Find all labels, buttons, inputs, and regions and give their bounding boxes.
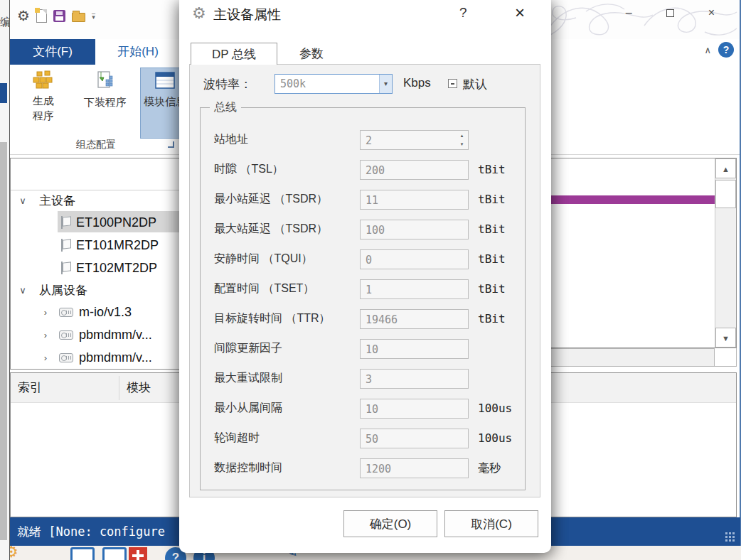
tset-input[interactable]: 1	[360, 279, 469, 299]
dialog-title-bar: ⚙ 主设备属性 ? ×	[179, 0, 551, 33]
download-program-button[interactable]: 下装程序	[73, 68, 138, 139]
tsl-input[interactable]: 200	[360, 160, 469, 180]
tree-group-slaves[interactable]: ∨ 从属设备	[11, 281, 185, 299]
form-row-ttr: 目标旋转时间 （TTR） 19466 tBit	[201, 309, 525, 329]
close-button[interactable]: ×	[708, 7, 715, 18]
ribbon-collapse-icon[interactable]: ∧	[704, 45, 711, 55]
baud-rate-combobox[interactable]: 500k ▾	[274, 74, 393, 94]
resize-grip[interactable]	[725, 532, 735, 542]
status-text: 就绪 [None: configure	[17, 517, 165, 546]
ribbon-right-controls: ∧ ?	[704, 42, 734, 58]
station-address-input[interactable]: 2 ▴ ▾	[360, 130, 469, 150]
tree-item-pbmdmm-2[interactable]: › pbmdmm/v...	[11, 348, 185, 367]
chevron-right-icon[interactable]: ›	[39, 307, 52, 318]
field-value: 1	[366, 284, 372, 296]
default-checkbox[interactable]	[448, 79, 457, 88]
scrollbar-thumb[interactable]	[715, 180, 736, 208]
background-window-fragment-lower	[0, 142, 7, 540]
dialog-close-button[interactable]: ×	[515, 3, 525, 23]
tqui-input[interactable]: 0	[360, 249, 469, 269]
tree-item-m-io[interactable]: › m-io/v1.3	[11, 302, 185, 322]
min-slave-interval-input[interactable]: 10	[360, 399, 469, 419]
app-icon[interactable]	[70, 547, 95, 560]
spin-down-icon[interactable]: ▾	[457, 140, 467, 149]
cancel-button[interactable]: 取消(C)	[444, 510, 538, 537]
ttr-input[interactable]: 19466	[360, 309, 469, 329]
background-window-fragment	[0, 83, 7, 103]
chevron-down-icon[interactable]: ∨	[16, 195, 29, 206]
column-header-module[interactable]: 模块	[119, 373, 183, 403]
baud-rate-label: 波特率：	[203, 76, 252, 92]
window-controls: – ×	[626, 7, 715, 18]
save-icon[interactable]	[53, 10, 65, 22]
scroll-down-button[interactable]: ▼	[715, 328, 736, 348]
add-icon[interactable]	[129, 547, 147, 560]
chevron-down-icon[interactable]: ∨	[16, 285, 29, 296]
new-file-icon[interactable]	[36, 9, 47, 23]
combo-dropdown-icon[interactable]: ▾	[379, 75, 392, 93]
toolbar-overflow-icon[interactable]: ‒▾	[92, 12, 95, 19]
button-label: 生成 程序	[33, 93, 54, 123]
field-value: 1200	[366, 463, 391, 475]
spin-up-icon[interactable]: ▴	[457, 131, 467, 140]
poll-timeout-input[interactable]: 50	[360, 429, 469, 448]
open-folder-icon[interactable]	[72, 13, 85, 22]
tab-home[interactable]: 开始(H)	[95, 39, 181, 65]
baud-rate-unit: Kbps	[403, 76, 431, 90]
retry-limit-input[interactable]: 3	[360, 369, 469, 389]
chevron-right-icon[interactable]: ›	[39, 352, 52, 363]
maximize-button[interactable]	[666, 9, 674, 17]
column-header-index[interactable]: 索引	[11, 373, 117, 403]
form-row-max-tsdr: 最大站延迟 （TSDR） 100 tBit	[201, 220, 525, 239]
bus-group-box: 总线 站地址 2 ▴ ▾ 时隙 （TSL） 200 tBit 最小站延迟 （TS	[200, 107, 526, 490]
data-control-time-input[interactable]: 1200	[360, 458, 469, 478]
field-value: 11	[366, 194, 378, 207]
field-label: 最小站延迟 （TSDR）	[214, 192, 328, 207]
slave-device-icon	[59, 330, 73, 340]
field-unit: tBit	[478, 163, 506, 176]
generate-program-button[interactable]: 生成 程序	[16, 68, 71, 139]
chevron-right-icon[interactable]: ›	[39, 330, 52, 340]
tab-dp-bus[interactable]: DP 总线	[191, 43, 277, 65]
gear-icon[interactable]: ⚙	[10, 546, 18, 560]
tree-item-et101mr2dp[interactable]: ET101MR2DP	[11, 235, 185, 255]
form-row-data-control-time: 数据控制时间 1200 毫秒	[201, 458, 525, 478]
form-row-min-tsdr: 最小站延迟 （TSDR） 11 tBit	[201, 190, 525, 210]
form-row-station-address: 站地址 2 ▴ ▾	[201, 130, 525, 150]
device-tree-panel: ∨ 主设备 ET100PN2DP ET101MR2DP ET102MT2DP ∨…	[10, 158, 186, 370]
tab-file[interactable]: 文件(F)	[10, 39, 95, 65]
tree-item-pbmdmm-1[interactable]: › pbmdmm/v...	[11, 325, 185, 345]
form-row-tqui: 安静时间 （TQUI） 0 tBit	[201, 249, 525, 269]
app-icon[interactable]	[102, 547, 127, 560]
vertical-scrollbar[interactable]: ▲ ▼	[715, 158, 736, 348]
dialog-help-button[interactable]: ?	[459, 5, 467, 21]
tab-parameters[interactable]: 参数	[277, 43, 346, 65]
field-value: 2	[366, 134, 372, 147]
scroll-up-button[interactable]: ▲	[715, 158, 736, 178]
minimize-button[interactable]: –	[626, 7, 632, 18]
tree-item-et102mt2dp[interactable]: ET102MT2DP	[11, 258, 185, 278]
button-label: 下装程序	[84, 95, 127, 109]
ok-button[interactable]: 确定(O)	[343, 510, 437, 537]
tree-item-et100pn2dp[interactable]: ET100PN2DP	[11, 212, 185, 232]
module-window-icon	[154, 71, 176, 90]
scrollbar-corner	[714, 348, 736, 366]
spinner-control[interactable]: ▴ ▾	[457, 131, 467, 149]
group-dialog-launcher-icon[interactable]	[168, 141, 174, 148]
min-tsdr-input[interactable]: 11	[360, 190, 469, 210]
field-label: 配置时间 （TSET）	[214, 281, 314, 296]
field-unit: tBit	[478, 222, 506, 236]
form-row-poll-timeout: 轮询超时 50 100us	[201, 429, 525, 448]
baud-rate-value: 500k	[280, 77, 306, 90]
background-window-sliver: 编	[0, 0, 9, 560]
field-value: 10	[366, 403, 378, 416]
gap-factor-input[interactable]: 10	[360, 339, 469, 359]
form-row-min-slave-interval: 最小从属间隔 10 100us	[201, 399, 525, 419]
help-icon[interactable]: ?	[718, 42, 734, 58]
dialog-gear-icon: ⚙	[192, 4, 206, 23]
max-tsdr-input[interactable]: 100	[360, 220, 469, 239]
field-unit: tBit	[478, 312, 506, 325]
field-label: 最小从属间隔	[214, 401, 282, 416]
field-unit: tBit	[478, 252, 506, 266]
tree-group-masters[interactable]: ∨ 主设备	[11, 191, 185, 210]
